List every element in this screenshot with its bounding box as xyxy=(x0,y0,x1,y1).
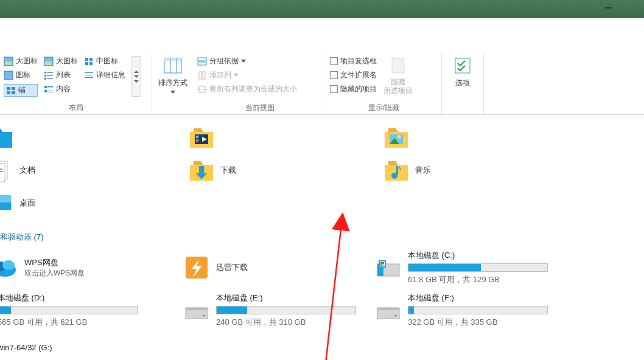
svg-rect-15 xyxy=(44,86,47,88)
drive-c[interactable]: 本地磁盘 (C:) 61.8 GB 可用，共 129 GB xyxy=(375,246,567,289)
capacity-bar xyxy=(216,306,356,314)
drive-name: win7-64/32 (G:) xyxy=(0,343,165,352)
svg-rect-17 xyxy=(47,88,53,88)
svg-rect-83 xyxy=(380,262,382,264)
label: 选项 xyxy=(455,78,470,88)
fit-columns-btn[interactable]: 将所有列调整为合适的大小 xyxy=(197,84,322,94)
chevron-up-icon[interactable] xyxy=(134,70,139,74)
folder-item-pictures[interactable] xyxy=(383,122,554,153)
drive-status: 565 GB 可用，共 621 GB xyxy=(0,317,165,328)
svg-marker-56 xyxy=(388,128,398,132)
svg-rect-40 xyxy=(203,72,205,79)
svg-rect-74 xyxy=(0,195,11,202)
drive-g[interactable]: win7-64/32 (G:) xyxy=(0,331,183,360)
small-icons-btn[interactable]: 图标 xyxy=(4,70,38,80)
file-extensions-toggle[interactable]: 文件扩展名 xyxy=(330,70,377,80)
details-btn[interactable]: 详细信息 xyxy=(84,70,125,80)
svg-marker-66 xyxy=(194,161,203,165)
expand-icon[interactable] xyxy=(134,80,139,83)
hide-selected-icon xyxy=(388,56,408,75)
add-columns-icon xyxy=(197,71,207,80)
content-area: 文档 下载 音乐 桌面 和驱动器 (7) xyxy=(0,115,644,360)
add-columns-btn[interactable]: 添加列 xyxy=(197,70,322,80)
drive-name: 本地磁盘 (C:) xyxy=(408,250,548,261)
drive-status: 322 GB 可用，共 335 GB xyxy=(408,317,548,328)
minimize-button[interactable] xyxy=(605,7,612,9)
hide-selected-btn[interactable]: 隐藏 所选项目 xyxy=(383,56,413,95)
group-label: 当前视图 xyxy=(197,101,322,113)
svg-rect-21 xyxy=(85,58,88,61)
svg-marker-35 xyxy=(170,91,175,94)
ribbon-group-options: 选项 xyxy=(442,54,484,114)
label: 添加列 xyxy=(209,70,231,80)
devices-drives-header[interactable]: 和驱动器 (7) xyxy=(0,218,644,246)
svg-rect-86 xyxy=(382,264,384,266)
hdd-icon xyxy=(375,298,402,322)
svg-rect-61 xyxy=(0,164,5,182)
extra-large-icons-btn[interactable]: 大图标 xyxy=(4,56,38,66)
chevron-down-icon[interactable] xyxy=(134,75,139,78)
svg-rect-20 xyxy=(47,92,53,92)
label: 铺 xyxy=(18,85,26,95)
medium-icons-btn[interactable]: 中图标 xyxy=(84,56,125,66)
svg-point-77 xyxy=(2,260,15,270)
ribbon-group-current-view: 分组依据 添加列 将所有列调整为合适的大小 当前视图 xyxy=(194,54,326,114)
drive-name: WPS网盘 xyxy=(24,257,165,268)
ribbon-group-layout: 大图标 图标 铺 xyxy=(0,54,152,114)
tiles-btn[interactable]: 铺 xyxy=(4,84,38,97)
list-btn[interactable]: 列表 xyxy=(44,70,78,80)
svg-rect-37 xyxy=(198,62,206,65)
folder-item-music[interactable]: 音乐 xyxy=(383,155,554,185)
svg-rect-39 xyxy=(199,72,201,79)
svg-rect-72 xyxy=(396,166,398,175)
drive-name: 本地磁盘 (F:) xyxy=(408,292,548,303)
desktop-folder-icon xyxy=(0,190,13,216)
capacity-bar xyxy=(408,263,548,272)
capacity-bar xyxy=(0,306,138,314)
svg-rect-22 xyxy=(89,58,93,61)
svg-rect-64 xyxy=(0,171,2,172)
svg-rect-26 xyxy=(85,75,93,75)
content-btn[interactable]: 内容 xyxy=(44,84,78,94)
drive-wps[interactable]: WPS网盘 双击进入WPS网盘 xyxy=(0,246,183,289)
group-label: 显示/隐藏 xyxy=(330,101,438,113)
svg-rect-36 xyxy=(198,58,206,61)
checkbox-icon xyxy=(330,85,338,93)
svg-rect-1 xyxy=(5,61,12,65)
sort-by-btn[interactable]: 排序方式 xyxy=(156,56,190,94)
extra-large-icons-icon xyxy=(4,57,13,66)
group-by-btn[interactable]: 分组依据 xyxy=(197,56,322,66)
svg-marker-29 xyxy=(134,75,139,78)
small-icons-icon xyxy=(4,71,13,80)
drive-f[interactable]: 本地磁盘 (F:) 322 GB 可用，共 335 GB xyxy=(375,289,567,331)
ssd-icon xyxy=(375,255,402,280)
label: 图标 xyxy=(16,70,30,80)
item-checkboxes-toggle[interactable]: 项目复选框 xyxy=(330,56,377,66)
videos-folder-icon xyxy=(189,125,214,150)
label: 排序方式 xyxy=(158,78,187,88)
large-icons-btn[interactable]: 大图标 xyxy=(44,56,78,66)
drive-thunder[interactable]: 迅雷下载 xyxy=(183,246,375,289)
svg-rect-6 xyxy=(12,91,15,94)
folder-item-videos[interactable] xyxy=(189,122,359,153)
svg-rect-25 xyxy=(85,72,93,73)
folder-item-unknown1[interactable] xyxy=(0,122,158,153)
list-icon xyxy=(44,71,54,80)
label: 将所有列调整为合适的大小 xyxy=(209,84,297,94)
folder-item-downloads[interactable]: 下载 xyxy=(189,155,359,185)
svg-point-92 xyxy=(395,315,397,317)
svg-rect-13 xyxy=(44,78,46,80)
hidden-items-toggle[interactable]: 隐藏的项目 xyxy=(330,84,377,94)
pictures-folder-icon xyxy=(383,125,409,150)
options-btn[interactable]: 选项 xyxy=(446,56,480,88)
large-icons-icon xyxy=(44,57,54,66)
svg-rect-45 xyxy=(392,58,404,73)
svg-rect-12 xyxy=(47,75,53,76)
ribbon: 大图标 图标 铺 xyxy=(0,54,644,115)
svg-rect-85 xyxy=(380,264,382,266)
drive-d[interactable]: 本地磁盘 (D:) 565 GB 可用，共 621 GB xyxy=(0,289,183,331)
folder-item-documents[interactable]: 文档 xyxy=(0,155,158,185)
group-label: 布局 xyxy=(4,101,148,113)
folder-item-desktop[interactable]: 桌面 xyxy=(0,188,158,218)
drive-e[interactable]: 本地磁盘 (E:) 240 GB 可用，共 310 GB xyxy=(183,289,375,331)
